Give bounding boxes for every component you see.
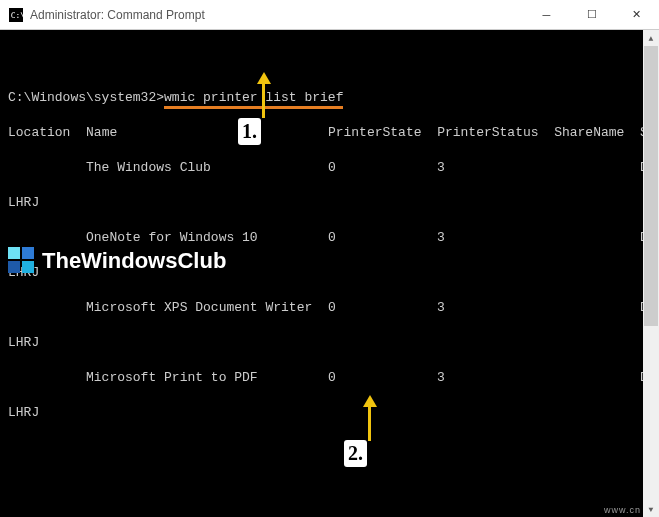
windows-logo-icon	[8, 247, 36, 275]
lhrj-line: LHRJ	[8, 334, 651, 352]
table-row: OneNote for Windows 10 0 3 DESKTOP-AC7	[8, 229, 651, 247]
close-button[interactable]: ✕	[614, 0, 659, 29]
terminal-output[interactable]: C:\Windows\system32>wmic printer list br…	[0, 30, 659, 517]
lhrj-line: LHRJ	[8, 404, 651, 422]
watermark-text: TheWindowsClub	[42, 246, 226, 276]
corner-watermark: www.cn	[604, 505, 641, 515]
blank-line	[8, 510, 651, 517]
watermark-logo: TheWindowsClub	[8, 246, 226, 276]
window-controls: ─ ☐ ✕	[524, 0, 659, 29]
cmd-icon: C:\	[8, 7, 24, 23]
scrollbar-up-button[interactable]: ▲	[643, 30, 659, 46]
window-titlebar: C:\ Administrator: Command Prompt ─ ☐ ✕	[0, 0, 659, 30]
table-header-row: Location Name PrinterState PrinterStatus…	[8, 124, 651, 142]
table-row: The Windows Club 0 3 DESKTOP-AC7	[8, 159, 651, 177]
lhrj-line: LHRJ	[8, 194, 651, 212]
blank-line	[8, 54, 651, 72]
scrollbar-thumb[interactable]	[644, 46, 658, 326]
vertical-scrollbar[interactable]: ▲ ▼	[643, 30, 659, 517]
annotation-label-1: 1.	[238, 118, 261, 145]
highlighted-command-1: wmic printer list brief	[164, 90, 343, 109]
scrollbar-down-button[interactable]: ▼	[643, 501, 659, 517]
scrollbar-track[interactable]	[643, 46, 659, 501]
blank-line	[8, 440, 651, 458]
annotation-arrow-2-shaft	[368, 405, 371, 441]
table-row: Microsoft XPS Document Writer 0 3 DESKTO…	[8, 299, 651, 317]
blank-line	[8, 475, 651, 493]
minimize-button[interactable]: ─	[524, 0, 569, 29]
table-row: Microsoft Print to PDF 0 3 DESKTOP-AC7	[8, 369, 651, 387]
annotation-arrow-1-shaft	[262, 82, 265, 118]
maximize-button[interactable]: ☐	[569, 0, 614, 29]
command-line-1: C:\Windows\system32>wmic printer list br…	[8, 89, 651, 107]
annotation-label-2: 2.	[344, 440, 367, 467]
svg-text:C:\: C:\	[11, 10, 23, 19]
window-title: Administrator: Command Prompt	[30, 8, 524, 22]
